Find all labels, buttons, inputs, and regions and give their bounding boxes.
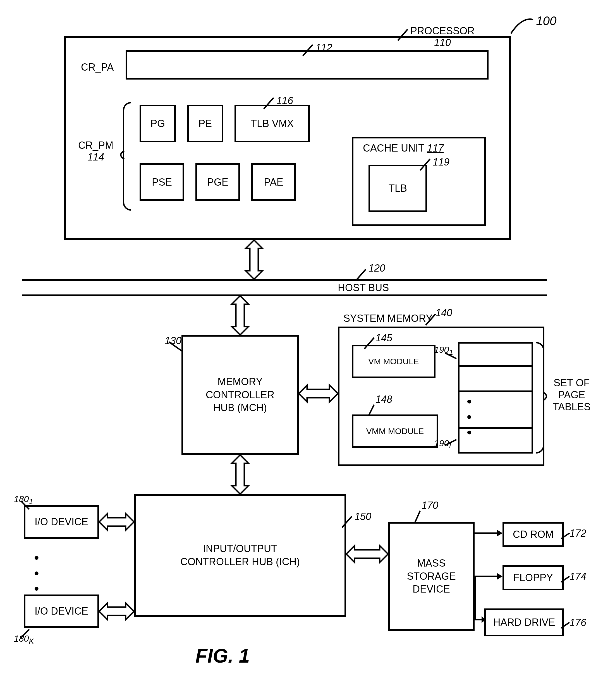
tlb-vmx-ref: 116: [276, 95, 293, 107]
brace-tip: [117, 151, 126, 159]
arrow-io1-ich: [99, 511, 134, 533]
cr-pm-ref: 114: [88, 151, 104, 163]
mass-storage-box: MASS STORAGE DEVICE: [388, 522, 475, 631]
host-bus-ref: 120: [368, 262, 385, 274]
pge-box: PGE: [195, 163, 240, 201]
cd-rom-box: CD ROM: [503, 522, 564, 547]
pt-refL-tick: [444, 438, 458, 447]
mch-l1: MEMORY: [206, 375, 274, 389]
page-tables-row2: [458, 367, 533, 392]
io-device-1-box: I/O DEVICE: [24, 505, 99, 539]
mch-l2: CONTROLLER: [206, 389, 274, 402]
ms-l2: STORAGE: [407, 570, 456, 583]
cd-rom-ref: 172: [570, 527, 586, 539]
pt-l1: SET OF: [553, 377, 590, 389]
arrow-iok-ich: [99, 600, 134, 622]
processor-label: PROCESSOR 110: [410, 25, 475, 49]
floppy-ref: 174: [570, 571, 586, 582]
ich-ref: 150: [355, 511, 371, 523]
vmm-module-tick: [367, 403, 378, 417]
ms-l3: DEVICE: [407, 583, 456, 596]
ich-box: INPUT/OUTPUT CONTROLLER HUB (ICH): [134, 494, 346, 617]
system-ref-curve: [508, 14, 536, 39]
vmm-module-label: VMM MODULE: [366, 426, 424, 436]
arrow-ms-floppy: [475, 571, 503, 582]
arrow-ms-hd: [475, 614, 486, 625]
tlb-box: TLB: [368, 165, 427, 212]
arrow-proc-bus: [243, 240, 265, 279]
cr-pa-label: CR_PA: [81, 61, 114, 73]
io-device-1-label: I/O DEVICE: [34, 516, 88, 528]
cd-rom-tick: [560, 532, 571, 540]
tlb-vmx-box: TLB VMX: [235, 105, 310, 142]
io-dots: • • •: [28, 555, 45, 595]
cr-pm-text: CR_PM: [78, 140, 113, 151]
ms-l1: MASS: [407, 557, 456, 570]
hard-drive-box: HARD DRIVE: [484, 608, 564, 636]
pt-brace-tip: [543, 392, 551, 401]
pse-box: PSE: [140, 163, 184, 201]
pt-l3: TABLES: [553, 401, 590, 413]
ms-hd-vline: [475, 581, 476, 620]
cache-unit-text: CACHE UNIT: [363, 142, 424, 154]
pae-box: PAE: [251, 163, 296, 201]
page-tables-label: SET OF PAGE TABLES: [553, 377, 590, 413]
tlb-vmx-tick: [262, 96, 276, 110]
figure-title: FIG. 1: [195, 645, 249, 667]
pg-label: PG: [150, 118, 165, 129]
processor-label-text: PROCESSOR: [410, 25, 475, 36]
mass-storage-tick: [413, 509, 424, 525]
arrow-ms-cdrom: [475, 527, 503, 539]
vm-module-ref: 145: [376, 332, 392, 344]
tlb-ref: 119: [433, 156, 450, 168]
pg-box: PG: [140, 105, 176, 142]
pae-label: PAE: [264, 176, 283, 188]
tlb-tick: [419, 158, 433, 172]
page-tables-rowN: [458, 427, 533, 454]
host-bus-bottom: [22, 295, 547, 296]
cd-rom-label: CD ROM: [513, 529, 554, 540]
cr-pa-ref: 112: [315, 42, 332, 54]
cache-unit-ref: 117: [427, 142, 443, 154]
floppy-label: FLOPPY: [513, 572, 553, 583]
system-memory-label: SYSTEM MEMORY: [343, 312, 432, 324]
system-memory-tick: [424, 312, 438, 327]
pse-label: PSE: [152, 176, 172, 188]
mch-box: MEMORY CONTROLLER HUB (MCH): [182, 335, 299, 455]
cr-pm-label: CR_PM 114: [78, 140, 113, 163]
vmm-module-box: VMM MODULE: [352, 415, 438, 448]
cache-unit-label: CACHE UNIT 117: [363, 142, 443, 154]
system-ref: 100: [536, 14, 556, 28]
arrow-mch-mem: [299, 382, 338, 405]
arrow-bus-mch: [229, 296, 251, 335]
tlb-label: TLB: [389, 182, 407, 194]
vm-module-label: VM MODULE: [368, 357, 419, 366]
vm-module-tick: [363, 336, 377, 350]
host-bus-label: HOST BUS: [338, 282, 389, 294]
hard-drive-label: HARD DRIVE: [493, 617, 555, 628]
io-device-k-box: I/O DEVICE: [24, 595, 99, 628]
page-tables-row1: [458, 342, 533, 367]
iok-tick: [20, 628, 31, 639]
pt-ref1-tick: [444, 352, 458, 360]
pe-label: PE: [198, 118, 212, 129]
processor-ref: 110: [434, 37, 451, 48]
ich-l2: CONTROLLER HUB (ICH): [180, 555, 300, 569]
ich-l1: INPUT/OUTPUT: [180, 542, 300, 555]
processor-tick: [396, 28, 410, 42]
host-bus-top: [22, 279, 547, 281]
mch-l3: HUB (MCH): [206, 401, 274, 415]
floppy-box: FLOPPY: [503, 565, 564, 590]
mch-tick: [168, 341, 184, 354]
io1-tick: [20, 500, 31, 511]
pge-label: PGE: [207, 176, 228, 188]
floppy-tick: [560, 575, 571, 583]
ich-tick: [341, 515, 355, 529]
ms-tap-hidden: [475, 532, 476, 534]
arrow-mch-ich: [229, 455, 251, 494]
pt-l2: PAGE: [553, 389, 590, 401]
host-bus-tick: [355, 268, 368, 282]
pe-box: PE: [187, 105, 223, 142]
ms-tap1: [475, 576, 476, 581]
cr-pa-tick: [302, 43, 315, 57]
